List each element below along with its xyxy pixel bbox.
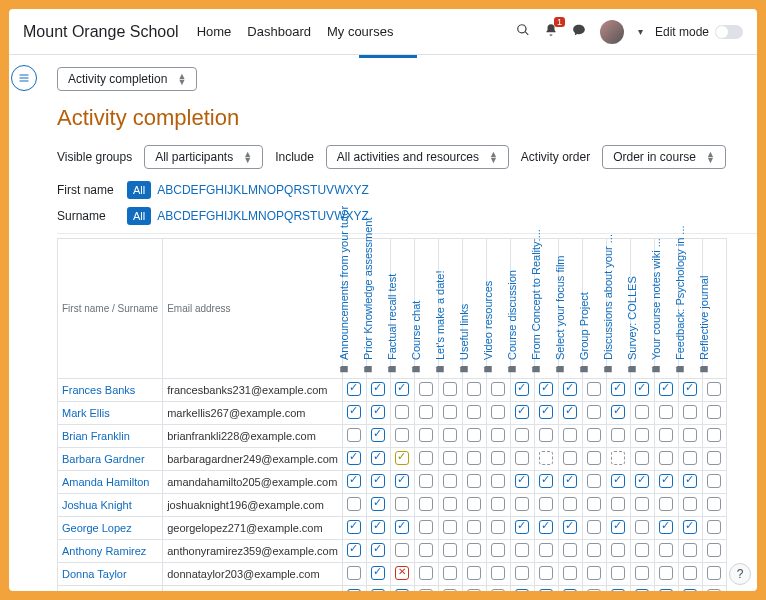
completion-cell[interactable] (438, 402, 462, 425)
completion-cell[interactable] (342, 425, 366, 448)
completion-cell[interactable] (606, 448, 630, 471)
completion-cell[interactable] (486, 471, 510, 494)
completion-cell[interactable] (342, 517, 366, 540)
completion-cell[interactable] (390, 425, 414, 448)
completion-cell[interactable] (582, 540, 606, 563)
completion-cell[interactable] (702, 517, 726, 540)
student-link[interactable]: Barbara Gardner (62, 453, 145, 465)
completion-cell[interactable] (390, 540, 414, 563)
completion-cell[interactable] (678, 402, 702, 425)
letter-U[interactable]: U (317, 183, 326, 197)
completion-cell[interactable] (414, 540, 438, 563)
completion-cell[interactable] (414, 586, 438, 592)
completion-cell[interactable] (702, 471, 726, 494)
completion-cell[interactable] (486, 586, 510, 592)
completion-cell[interactable] (390, 379, 414, 402)
completion-cell[interactable] (654, 494, 678, 517)
student-link[interactable]: George Lopez (62, 522, 132, 534)
completion-cell[interactable] (702, 563, 726, 586)
completion-cell[interactable] (486, 448, 510, 471)
completion-cell[interactable] (462, 540, 486, 563)
completion-cell[interactable] (534, 586, 558, 592)
completion-cell[interactable] (558, 563, 582, 586)
completion-cell[interactable] (366, 379, 390, 402)
completion-cell[interactable] (678, 540, 702, 563)
course-index-toggle[interactable] (11, 65, 37, 91)
completion-cell[interactable] (534, 402, 558, 425)
completion-cell[interactable] (582, 425, 606, 448)
completion-cell[interactable] (534, 471, 558, 494)
completion-cell[interactable] (606, 586, 630, 592)
completion-cell[interactable] (342, 471, 366, 494)
completion-cell[interactable] (678, 586, 702, 592)
completion-cell[interactable] (654, 425, 678, 448)
completion-cell[interactable] (582, 517, 606, 540)
completion-cell[interactable] (486, 517, 510, 540)
activity-header[interactable]: Reflective journal (702, 239, 726, 379)
messages-icon[interactable] (572, 23, 586, 40)
student-link[interactable]: Mark Ellis (62, 407, 110, 419)
letter-V[interactable]: V (326, 183, 334, 197)
letter-O[interactable]: O (267, 209, 276, 223)
letter-G[interactable]: G (206, 209, 215, 223)
completion-cell[interactable] (582, 586, 606, 592)
completion-cell[interactable] (534, 517, 558, 540)
letter-W[interactable]: W (334, 183, 345, 197)
letter-Q[interactable]: Q (284, 209, 293, 223)
completion-cell[interactable] (438, 517, 462, 540)
completion-cell[interactable] (702, 402, 726, 425)
letter-E[interactable]: E (191, 183, 199, 197)
completion-cell[interactable] (342, 586, 366, 592)
completion-cell[interactable] (630, 517, 654, 540)
completion-cell[interactable] (654, 586, 678, 592)
completion-cell[interactable] (438, 471, 462, 494)
student-link[interactable]: Anthony Ramirez (62, 545, 146, 557)
completion-cell[interactable] (534, 448, 558, 471)
letter-C[interactable]: C (173, 183, 182, 197)
completion-cell[interactable] (702, 494, 726, 517)
completion-cell[interactable] (462, 425, 486, 448)
completion-cell[interactable] (534, 494, 558, 517)
completion-cell[interactable] (630, 494, 654, 517)
completion-cell[interactable] (678, 563, 702, 586)
user-avatar[interactable] (600, 20, 624, 44)
visible-groups-select[interactable]: All participants▲▼ (144, 145, 263, 169)
completion-cell[interactable] (558, 379, 582, 402)
completion-cell[interactable] (630, 379, 654, 402)
completion-cell[interactable] (630, 586, 654, 592)
completion-cell[interactable] (654, 402, 678, 425)
completion-cell[interactable] (366, 563, 390, 586)
letter-S[interactable]: S (302, 209, 310, 223)
completion-cell[interactable] (438, 540, 462, 563)
completion-cell[interactable] (342, 563, 366, 586)
student-link[interactable]: Donna Taylor (62, 568, 127, 580)
completion-cell[interactable] (558, 494, 582, 517)
completion-cell[interactable] (702, 448, 726, 471)
letter-G[interactable]: G (206, 183, 215, 197)
completion-cell[interactable] (414, 402, 438, 425)
completion-cell[interactable] (630, 402, 654, 425)
completion-cell[interactable] (606, 425, 630, 448)
completion-cell[interactable] (462, 448, 486, 471)
completion-cell[interactable] (510, 517, 534, 540)
completion-cell[interactable] (342, 379, 366, 402)
letter-C[interactable]: C (173, 209, 182, 223)
completion-cell[interactable] (582, 471, 606, 494)
completion-cell[interactable] (582, 402, 606, 425)
nav-home[interactable]: Home (197, 24, 232, 39)
nav-dashboard[interactable]: Dashboard (247, 24, 311, 39)
completion-cell[interactable] (558, 448, 582, 471)
completion-cell[interactable] (654, 379, 678, 402)
completion-cell[interactable] (366, 425, 390, 448)
report-mode-select[interactable]: Activity completion ▲▼ (57, 67, 197, 91)
completion-cell[interactable] (678, 471, 702, 494)
completion-cell[interactable] (630, 471, 654, 494)
completion-cell[interactable] (654, 517, 678, 540)
completion-cell[interactable] (654, 540, 678, 563)
completion-cell[interactable] (630, 563, 654, 586)
completion-cell[interactable] (606, 402, 630, 425)
completion-cell[interactable] (510, 425, 534, 448)
completion-cell[interactable] (462, 517, 486, 540)
completion-cell[interactable] (414, 379, 438, 402)
completion-cell[interactable] (678, 517, 702, 540)
